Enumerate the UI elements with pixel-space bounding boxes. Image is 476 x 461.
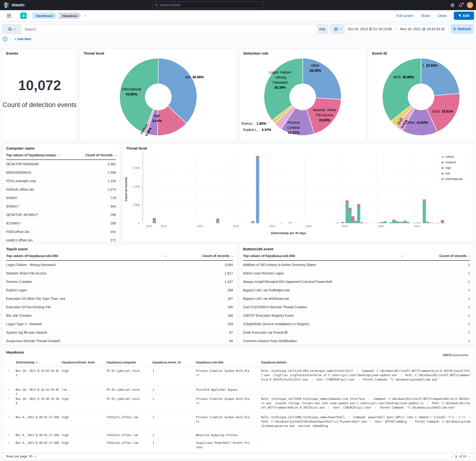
row-label[interactable]: IEWIN7 (6, 196, 18, 200)
bar-segment[interactable] (351, 222, 355, 223)
bar-segment[interactable] (444, 223, 447, 223)
table-row[interactable]: Explicit Logon339 (6, 286, 233, 295)
bar-segment[interactable] (441, 220, 444, 220)
row-value[interactable]: 1,073 (108, 188, 116, 191)
full-screen-button[interactable]: Full screen (396, 14, 413, 18)
bar-segment[interactable] (360, 222, 364, 223)
bar-segment[interactable] (441, 220, 444, 222)
bar-segment[interactable] (153, 221, 156, 223)
row-label[interactable]: CobaltStrike Service Installations in Re… (243, 322, 309, 326)
bar-segment[interactable] (398, 222, 401, 222)
row-value[interactable]: 187 (227, 297, 233, 300)
table-row[interactable]: Admin User Remote Logon1 (243, 269, 470, 278)
table-row[interactable]: CobaltStrike Service Installations in Re… (243, 320, 470, 328)
legend-label[interactable]: critical (445, 155, 454, 159)
row-label[interactable]: DESKTOP-JR78RLP (6, 213, 38, 217)
row-label[interactable]: DESKTOP-M5SN04R (6, 162, 39, 166)
bar-segment[interactable] (392, 222, 396, 223)
global-search-input[interactable]: Search Elastic (152, 1, 263, 8)
date-to[interactable]: Nov 18, 2021 @ 16:42:54.82 (400, 27, 445, 31)
row-label[interactable]: FS03.offsec.lan (6, 230, 29, 234)
table-row[interactable]: IEWIN7719 (6, 194, 116, 202)
table-row[interactable]: PC01.example.corp1,153 (6, 177, 116, 185)
bar-segment[interactable] (404, 221, 407, 221)
bar-segment[interactable] (429, 223, 432, 223)
doc-column-header[interactable]: hayabusa.details (261, 360, 287, 364)
bar-segment[interactable] (407, 223, 410, 223)
bar-segment[interactable] (346, 203, 349, 223)
table-row[interactable]: Bypass UAC via Fodhelper.exe1 (243, 286, 470, 295)
row-value[interactable]: 97 (229, 331, 233, 334)
share-button[interactable]: Share (421, 14, 430, 18)
bar-segment[interactable] (426, 222, 429, 222)
legend-label[interactable]: low (445, 172, 450, 175)
column-header[interactable]: Count of records (202, 254, 230, 258)
row-value[interactable]: 191 (110, 230, 116, 234)
table-row[interactable]: Logon Failure - Wrong Password3,564 (6, 261, 233, 269)
bar-segment[interactable] (357, 208, 360, 223)
bar-segment[interactable] (390, 222, 393, 222)
table-row[interactable]: Process Creation1,437 (6, 278, 233, 286)
legend-options-icon[interactable]: ⋮ (467, 178, 470, 181)
row-label[interactable]: CACTUSTORCH Remote Thread Creation (243, 305, 307, 309)
row-label[interactable]: IE10Win7 (6, 221, 21, 225)
legend-options-icon[interactable]: ⋮ (467, 172, 470, 175)
doc-column-header[interactable]: @timestamp ◷ ↓ (16, 360, 41, 364)
bar-segment[interactable] (401, 222, 404, 222)
row-label[interactable]: Execution Of Other File Type Than .exe (6, 297, 65, 300)
bar-segment[interactable] (401, 222, 404, 223)
bar-segment[interactable] (341, 222, 344, 223)
bar-segment[interactable] (153, 218, 156, 219)
row-label[interactable]: PC01.example.corp (6, 179, 36, 183)
add-filter-button[interactable]: + Add filter (15, 37, 31, 41)
check-icon[interactable]: ✓ (84, 14, 87, 18)
bar-segment[interactable] (395, 221, 399, 223)
row-value[interactable]: 1,153 (108, 179, 116, 183)
clone-button[interactable]: Clone (437, 14, 447, 18)
row-value[interactable]: 159 (227, 322, 233, 326)
row-label[interactable]: MSEDGEWIN10 (6, 171, 31, 174)
row-value[interactable]: 1,556 (108, 171, 116, 174)
table-row[interactable]: Bits Job Creation168 (6, 311, 233, 320)
bar-segment[interactable] (251, 221, 255, 222)
row-label[interactable]: Code Execution via Pcwutl.dll (243, 331, 288, 334)
column-header[interactable]: Count of records (85, 153, 113, 157)
bar-segment[interactable] (348, 207, 352, 208)
row-label[interactable]: Commun Autorun Keys Modification (243, 339, 297, 343)
bar-segment[interactable] (153, 219, 156, 221)
bar-segment[interactable] (256, 156, 259, 158)
bar-segment[interactable] (412, 223, 415, 223)
row-value[interactable]: 1 (468, 305, 470, 309)
event-id-donut-chart[interactable] (368, 49, 474, 140)
bar-segment[interactable] (289, 222, 292, 223)
row-value[interactable]: 719 (110, 196, 116, 200)
bar-segment[interactable] (365, 223, 368, 223)
row-label[interactable]: Bits Job Creation (6, 314, 32, 317)
expand-row-icon[interactable]: › (8, 387, 10, 391)
bar-segment[interactable] (251, 222, 255, 223)
doc-column-header[interactable]: hayabusa.event_id (153, 360, 180, 364)
bar-segment[interactable] (354, 221, 357, 222)
elastic-logo[interactable]: elastic (3, 2, 25, 8)
filter-icon[interactable] (2, 36, 8, 42)
doc-column-header[interactable]: hayabusa.computer (107, 360, 136, 364)
row-label[interactable]: Bypass UAC via Fodhelper.exe (243, 288, 290, 292)
bar-segment[interactable] (357, 204, 360, 204)
row-value[interactable]: 1,917 (224, 271, 233, 275)
bar-segment[interactable] (426, 222, 429, 223)
column-header[interactable]: Count of records (439, 254, 467, 258)
bar-segment[interactable] (398, 222, 401, 223)
bar-segment[interactable] (390, 222, 393, 222)
table-row[interactable]: Suspicious Remote Thread Created94 (6, 337, 233, 345)
row-label[interactable]: Admin User Remote Logon (243, 271, 284, 275)
bar-segment[interactable] (395, 221, 399, 221)
row-value[interactable]: 1 (468, 322, 470, 326)
table-row[interactable]: Execution Of Other File Type Than .exe18… (6, 295, 233, 303)
bar-segment[interactable] (365, 223, 368, 223)
row-value[interactable]: 3,561 (108, 162, 116, 166)
row-label[interactable]: Logon Failure - Wrong Password (6, 263, 55, 267)
bar-segment[interactable] (437, 223, 440, 223)
row-label[interactable]: CMSTP Execution Registry Event (243, 314, 294, 317)
save-query-button[interactable] (2, 24, 21, 34)
row-label[interactable]: fs03vuln.offsec.lan (6, 188, 34, 191)
